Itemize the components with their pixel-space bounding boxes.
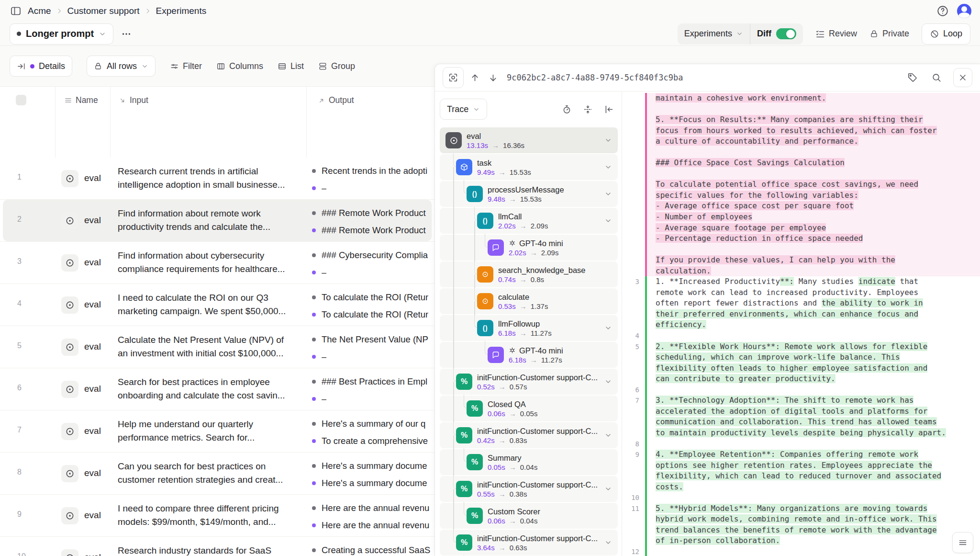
row-name: eval bbox=[84, 510, 101, 521]
diff-text: calculation. bbox=[647, 266, 980, 277]
expand-chevron[interactable] bbox=[604, 190, 612, 198]
expand-chevron[interactable] bbox=[604, 136, 612, 144]
private-button[interactable]: Private bbox=[869, 29, 909, 39]
column-header-name[interactable]: Name bbox=[64, 95, 98, 105]
duration-current: 0.06s bbox=[488, 516, 505, 525]
diff-content: maintain a cohesive work environment.5. … bbox=[622, 93, 980, 556]
select-all-checkbox[interactable] bbox=[16, 95, 26, 105]
rows-filter-select[interactable]: All rows bbox=[87, 56, 156, 77]
expand-chevron[interactable] bbox=[604, 431, 612, 439]
arrow-right-icon: → bbox=[520, 302, 527, 311]
review-button[interactable]: Review bbox=[815, 29, 857, 39]
avatar[interactable] bbox=[957, 4, 971, 18]
help-button[interactable] bbox=[936, 4, 949, 18]
trace-span-row[interactable]: ()processUserMessage9.48s→15.53s bbox=[440, 181, 618, 207]
group-button[interactable]: Group bbox=[318, 61, 355, 71]
duration-current: 2.02s bbox=[498, 221, 516, 230]
trace-span-row[interactable]: %initFunction-Customer support-C...0.55s… bbox=[440, 476, 618, 502]
next-row-button[interactable] bbox=[486, 70, 500, 85]
trace-span-row[interactable]: ()llmFollowup6.18s→11.27s bbox=[440, 315, 618, 341]
trace-span-row[interactable]: %Closed QA0.06s→0.05s bbox=[440, 396, 618, 421]
span-meta: Closed QA0.06s→0.05s bbox=[488, 399, 537, 418]
table-row[interactable]: 7evalHelp me understand our quarterlyper… bbox=[0, 410, 434, 453]
diff-options-button[interactable] bbox=[952, 532, 973, 553]
trace-span-row[interactable]: eval13.13s→16.36s bbox=[440, 127, 618, 153]
loop-button[interactable]: Loop bbox=[922, 23, 970, 45]
eval-badge bbox=[61, 339, 78, 356]
diff-toggle[interactable] bbox=[776, 28, 796, 39]
trace-span-row[interactable]: calculate0.53s→1.37s bbox=[440, 288, 618, 314]
table-row[interactable]: 4evalI need to calculate the ROI on our … bbox=[0, 284, 434, 326]
filter-button[interactable]: Filter bbox=[170, 61, 202, 71]
diff-line: to maintain productivity levels despite … bbox=[622, 428, 980, 439]
tree-connector-guide bbox=[453, 167, 454, 181]
breadcrumb-project[interactable]: Customer support bbox=[67, 6, 140, 16]
expand-chevron[interactable] bbox=[604, 163, 612, 171]
span-type-icon: () bbox=[477, 213, 493, 229]
trace-span-row[interactable]: ()llmCall2.02s→2.09s bbox=[440, 208, 618, 234]
sidebar-toggle-button[interactable] bbox=[9, 4, 23, 18]
details-button[interactable]: Details bbox=[10, 56, 72, 77]
table-row[interactable]: 1evalResearch current trends in artifici… bbox=[0, 158, 434, 200]
table-row[interactable]: 8evalCan you search for best practices o… bbox=[0, 453, 434, 495]
experiment-select[interactable]: Longer prompt bbox=[10, 23, 113, 45]
expand-chevron[interactable] bbox=[604, 324, 612, 332]
column-header-input[interactable]: Input bbox=[119, 95, 148, 105]
collapse-tree-pane-button[interactable] bbox=[602, 103, 615, 115]
table-row[interactable]: 10evalResearch industry standards for Sa… bbox=[0, 537, 434, 556]
close-icon bbox=[958, 73, 968, 82]
breadcrumb-page[interactable]: Experiments bbox=[156, 6, 207, 16]
expand-chevron[interactable] bbox=[604, 539, 612, 546]
column-header-output[interactable]: Output bbox=[318, 95, 354, 105]
more-options-button[interactable] bbox=[117, 25, 135, 43]
span-duration: 6.18s→11.27s bbox=[498, 329, 552, 338]
diff-segment: **: bbox=[780, 277, 794, 286]
output-line: – bbox=[312, 350, 434, 363]
expand-chevron[interactable] bbox=[604, 485, 612, 493]
trace-span-row[interactable]: %Custom Scorer0.06s→0.04s bbox=[440, 503, 618, 529]
trace-span-row[interactable]: %Summary0.05s→0.04s bbox=[440, 449, 618, 475]
output-text: To calculate the ROI (Retur bbox=[322, 292, 428, 303]
trace-span-row[interactable]: %initFunction-Customer support-C...0.42s… bbox=[440, 422, 618, 448]
columns-button[interactable]: Columns bbox=[216, 61, 263, 71]
close-panel-button[interactable] bbox=[953, 68, 972, 87]
list-button[interactable]: List bbox=[278, 61, 304, 71]
table-row[interactable]: 3evalFind information about cybersecurit… bbox=[0, 242, 434, 284]
expand-chevron[interactable] bbox=[604, 217, 612, 225]
table-row[interactable]: 6evalSearch for best practices in employ… bbox=[0, 368, 434, 410]
input-line: an investment with initial cost $100,000… bbox=[118, 347, 305, 360]
target-icon bbox=[65, 427, 75, 436]
view-select[interactable]: Experiments bbox=[678, 23, 750, 45]
input-cell: I need to compare three different pricin… bbox=[118, 502, 305, 529]
table-row[interactable]: 5evalCalculate the Net Present Value (NP… bbox=[0, 326, 434, 368]
trace-span-row[interactable]: %initFunction-Customer support-C...0.52s… bbox=[440, 369, 618, 395]
trace-span-row[interactable]: GPT-4o mini6.18s→11.27s bbox=[440, 342, 618, 368]
tree-connector-guide bbox=[453, 382, 454, 396]
tags-button[interactable] bbox=[905, 70, 920, 85]
timing-button[interactable] bbox=[560, 103, 573, 115]
input-line: performance metrics. Search for... bbox=[118, 431, 305, 444]
table-row[interactable]: 9evalI need to compare three different p… bbox=[0, 495, 434, 537]
diff-text: can contribute to greater productivity. bbox=[647, 374, 980, 385]
trace-view-select[interactable]: Trace bbox=[440, 99, 487, 120]
diff-line: 94. **Employee Retention**: Companies of… bbox=[622, 449, 980, 460]
span-meta: initFunction-Customer support-C...0.42s→… bbox=[477, 426, 598, 445]
chevron-down-icon bbox=[604, 378, 612, 386]
previous-row-button[interactable] bbox=[468, 70, 482, 85]
trace-span-row[interactable]: %initFunction-Customer support-C...3.64s… bbox=[440, 530, 618, 556]
trace-span-row[interactable]: task9.49s→15.53s bbox=[440, 154, 618, 180]
span-type-icon: % bbox=[456, 427, 472, 443]
trace-span-row[interactable]: search_knowledge_base0.74s→0.8s bbox=[440, 261, 618, 287]
diff-line: 4 bbox=[622, 330, 980, 341]
chevron-down-icon bbox=[604, 136, 612, 144]
diff-line-number: 7 bbox=[622, 395, 645, 406]
focus-span-button[interactable] bbox=[443, 67, 464, 88]
breadcrumb-org[interactable]: Acme bbox=[28, 6, 51, 16]
table-row[interactable]: 2evalFind information about remote workp… bbox=[0, 200, 434, 242]
search-button[interactable] bbox=[929, 70, 944, 85]
duration-current: 2.02s bbox=[509, 248, 526, 257]
trace-span-row[interactable]: GPT-4o mini2.02s→2.09s bbox=[440, 235, 618, 261]
expand-chevron[interactable] bbox=[604, 378, 612, 386]
collapse-all-button[interactable] bbox=[581, 103, 594, 115]
list-icon bbox=[278, 62, 287, 71]
